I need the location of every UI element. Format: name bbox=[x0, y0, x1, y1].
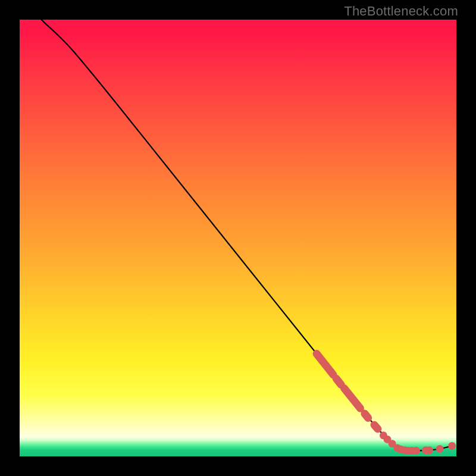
bottleneck-curve-line bbox=[42, 20, 452, 451]
data-point-dot bbox=[425, 446, 433, 454]
density-segment bbox=[344, 389, 360, 409]
chart-overlay bbox=[20, 20, 456, 456]
density-segment bbox=[317, 354, 333, 375]
chart-plot-area bbox=[20, 20, 456, 456]
density-segment bbox=[336, 378, 341, 384]
data-point-dots bbox=[380, 431, 456, 455]
density-segment bbox=[365, 414, 368, 418]
density-segment bbox=[374, 425, 378, 429]
data-point-dot bbox=[412, 447, 420, 455]
data-density-segments bbox=[317, 354, 378, 429]
data-point-dot bbox=[448, 442, 456, 450]
watermark-text: TheBottleneck.com bbox=[344, 4, 458, 19]
chart-stage: TheBottleneck.com bbox=[0, 0, 476, 476]
data-point-dot bbox=[436, 445, 444, 453]
